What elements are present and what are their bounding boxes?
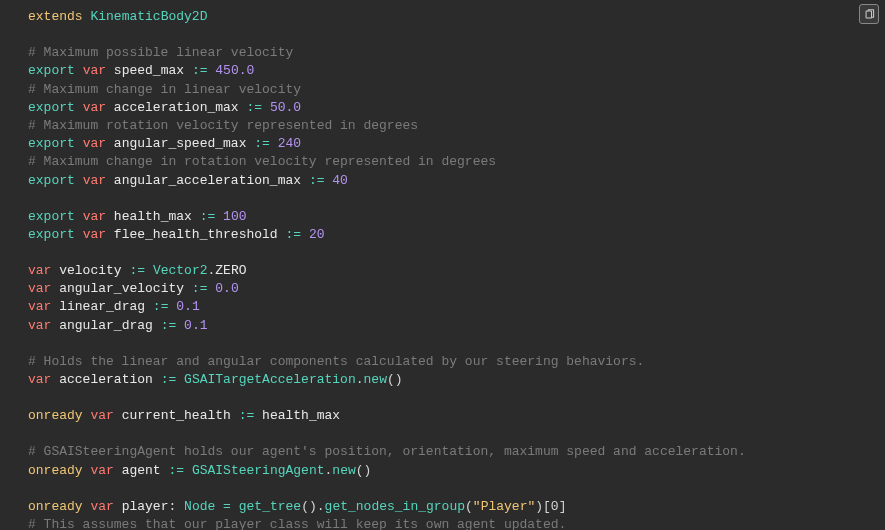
code-line: var velocity := Vector2.ZERO — [28, 262, 857, 280]
code-line: onready var player: Node = get_tree().ge… — [28, 498, 857, 516]
svg-rect-0 — [866, 11, 872, 18]
code-line: var angular_drag := 0.1 — [28, 317, 857, 335]
code-line: export var acceleration_max := 50.0 — [28, 99, 857, 117]
code-line: # Maximum rotation velocity represented … — [28, 117, 857, 135]
code-block: extends KinematicBody2D # Maximum possib… — [0, 0, 885, 530]
copy-button[interactable] — [859, 4, 879, 24]
code-line: var acceleration := GSAITargetAccelerati… — [28, 371, 857, 389]
code-line: # GSAISteeringAgent holds our agent's po… — [28, 443, 857, 461]
code-line: var angular_velocity := 0.0 — [28, 280, 857, 298]
code-line: onready var current_health := health_max — [28, 407, 857, 425]
code-line: export var health_max := 100 — [28, 208, 857, 226]
code-line: onready var agent := GSAISteeringAgent.n… — [28, 462, 857, 480]
code-line: # Maximum change in linear velocity — [28, 81, 857, 99]
code-line: export var speed_max := 450.0 — [28, 62, 857, 80]
code-line: extends KinematicBody2D — [28, 8, 857, 26]
code-line: var linear_drag := 0.1 — [28, 298, 857, 316]
copy-icon — [864, 9, 875, 20]
code-line: # Maximum change in rotation velocity re… — [28, 153, 857, 171]
code-line: # Maximum possible linear velocity — [28, 44, 857, 62]
code-line: # Holds the linear and angular component… — [28, 353, 857, 371]
code-line: # This assumes that our player class wil… — [28, 516, 857, 530]
code-line: export var angular_speed_max := 240 — [28, 135, 857, 153]
code-line: export var angular_acceleration_max := 4… — [28, 172, 857, 190]
code-line: export var flee_health_threshold := 20 — [28, 226, 857, 244]
